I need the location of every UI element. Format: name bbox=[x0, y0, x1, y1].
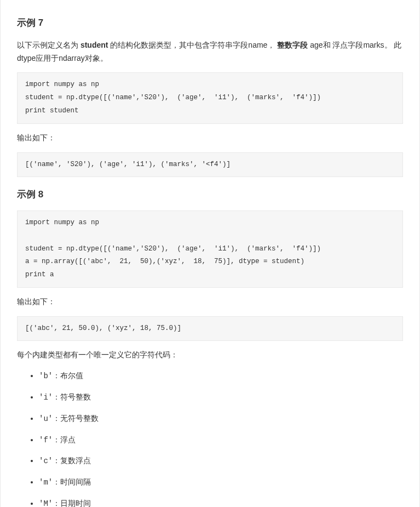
list-item: 'm'：时间间隔 bbox=[39, 476, 403, 489]
type-code: 'u' bbox=[39, 414, 53, 423]
list-item: 'f'：浮点 bbox=[39, 434, 403, 447]
example-7-intro: 以下示例定义名为 student 的结构化数据类型，其中包含字符串字段name，… bbox=[17, 39, 403, 65]
example-7-output-label: 输出如下： bbox=[17, 132, 403, 145]
type-desc: ：复数浮点 bbox=[53, 456, 91, 465]
list-item: 'b'：布尔值 bbox=[39, 369, 403, 383]
list-item: 'M'：日期时间 bbox=[39, 497, 403, 507]
strong-student: student bbox=[80, 41, 108, 49]
type-code: 'm' bbox=[39, 478, 53, 487]
example-7-heading: 示例 7 bbox=[17, 15, 403, 31]
text-segment: 以下示例定义名为 bbox=[17, 41, 80, 49]
example-8-output-label: 输出如下： bbox=[17, 295, 403, 309]
list-item: 'u'：无符号整数 bbox=[39, 412, 403, 426]
type-desc: ：布尔值 bbox=[53, 371, 83, 380]
text-segment: 的结构化数据类型，其中包含字符串字段name， bbox=[108, 41, 277, 49]
type-desc: ：符号整数 bbox=[53, 392, 91, 401]
type-desc: ：时间间隔 bbox=[53, 477, 91, 486]
list-item: 'i'：符号整数 bbox=[39, 391, 403, 405]
example-7-output: [('name', 'S20'), ('age', 'i1'), ('marks… bbox=[17, 152, 403, 178]
typecodes-intro: 每个内建类型都有一个唯一定义它的字符代码： bbox=[17, 349, 403, 362]
type-desc: ：无符号整数 bbox=[53, 414, 99, 423]
strong-intfield: 整数字段 bbox=[277, 41, 308, 49]
type-code: 'c' bbox=[39, 457, 53, 465]
example-8-output: [('abc', 21, 50.0), ('xyz', 18, 75.0)] bbox=[17, 316, 403, 341]
type-desc: ：浮点 bbox=[53, 435, 76, 444]
typecodes-list: 'b'：布尔值 'i'：符号整数 'u'：无符号整数 'f'：浮点 'c'：复数… bbox=[17, 369, 403, 507]
type-code: 'i' bbox=[39, 393, 53, 402]
type-code: 'b' bbox=[39, 372, 53, 380]
example-8-code: import numpy as np student = np.dtype([(… bbox=[17, 210, 403, 288]
type-code: 'M' bbox=[39, 499, 53, 507]
type-code: 'f' bbox=[39, 436, 53, 445]
list-item: 'c'：复数浮点 bbox=[39, 454, 403, 468]
example-7-code: import numpy as np student = np.dtype([(… bbox=[17, 72, 403, 123]
example-8-heading: 示例 8 bbox=[17, 187, 403, 203]
document-page: 示例 7 以下示例定义名为 student 的结构化数据类型，其中包含字符串字段… bbox=[0, 0, 420, 507]
type-desc: ：日期时间 bbox=[53, 499, 91, 507]
